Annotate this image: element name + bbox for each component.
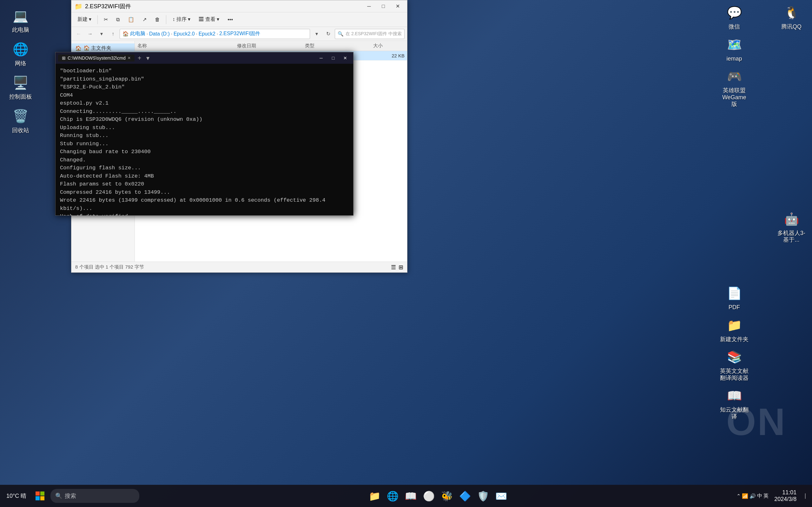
folder-title-icon: 📁 bbox=[74, 3, 83, 10]
file-explorer-titlebar: 📁 2.ESP32WIFI固件 ─ □ ✕ bbox=[71, 0, 407, 12]
breadcrumb-home-icon: 🏠 bbox=[122, 31, 129, 37]
minimize-button[interactable]: ─ bbox=[363, 2, 375, 11]
cmd-close-button[interactable]: ✕ bbox=[340, 54, 351, 62]
breadcrumb-epuck2[interactable]: Epuck2 bbox=[199, 31, 215, 37]
breadcrumb-dropdown[interactable]: ▾ bbox=[312, 29, 321, 39]
youdao-icon: 📚 bbox=[725, 347, 744, 367]
taskbar-search-box[interactable]: 🔍 搜索 bbox=[50, 489, 139, 503]
cmd-tab-dropdown[interactable]: ▾ bbox=[144, 54, 151, 62]
cmd-window: ⊞ C:\WINDOWS\system32\cmd ✕ + ▾ ─ □ ✕ "b… bbox=[55, 52, 353, 216]
sidebar-home-label: 🏠 主文件夹 bbox=[84, 45, 111, 52]
list-view-button[interactable]: ☰ bbox=[391, 264, 396, 271]
control-panel-icon: 🖥️ bbox=[11, 73, 30, 92]
icon-new-folder[interactable]: 📁 新建文件夹 bbox=[720, 316, 749, 343]
titlebar-left: 📁 2.ESP32WIFI固件 bbox=[74, 3, 131, 10]
wechat-icon: 💬 bbox=[725, 3, 744, 22]
new-button[interactable]: 新建 ▾ bbox=[74, 14, 95, 25]
taskbar-weather: 10°C 晴 bbox=[3, 492, 30, 500]
cut-button[interactable]: ✂ bbox=[100, 14, 111, 25]
youdao-label: 英英文文献翻译阅读器 bbox=[720, 368, 749, 382]
taskbar-edge2[interactable]: 🔷 bbox=[457, 488, 473, 504]
breadcrumb-this-pc[interactable]: 此电脑 bbox=[130, 31, 145, 37]
systray-network-icon: 📶 bbox=[742, 493, 748, 499]
taskbar-clock[interactable]: 11:01 2024/3/8 bbox=[771, 489, 800, 503]
systray-ime-icon[interactable]: 中 bbox=[757, 493, 762, 499]
pdf-icon: 📄 bbox=[725, 284, 744, 303]
taskbar-antivirus[interactable]: 🛡️ bbox=[475, 488, 492, 504]
paste-button[interactable]: 📋 bbox=[124, 14, 138, 25]
address-bar: ← → ▾ ↑ 🏠 此电脑 › Data (D:) › Epuck2.0 › E… bbox=[71, 27, 407, 41]
robot-icon: 🤖 bbox=[782, 210, 801, 229]
search-label: 搜索 bbox=[65, 492, 76, 500]
cmd-tabs: ⊞ C:\WINDOWS\system32\cmd ✕ + ▾ bbox=[58, 54, 151, 62]
breadcrumb-epuck20[interactable]: Epuck2.0 bbox=[173, 31, 195, 37]
copy-button[interactable]: ⧉ bbox=[113, 14, 123, 25]
taskbar-chrome[interactable]: ⚪ bbox=[421, 488, 437, 504]
detail-view-button[interactable]: ⊞ bbox=[399, 264, 403, 271]
taskbar-mail[interactable]: ✉️ bbox=[493, 488, 510, 504]
cmd-tab-close-icon[interactable]: ✕ bbox=[128, 56, 131, 60]
parent-button[interactable]: ↑ bbox=[108, 29, 118, 39]
this-pc-label: 此电脑 bbox=[12, 26, 29, 34]
icon-tencent-qq[interactable]: 🐧 腾讯QQ bbox=[777, 3, 806, 31]
taskbar-youdao[interactable]: 📖 bbox=[403, 488, 419, 504]
heroes-league-icon: 🎮 bbox=[725, 67, 744, 86]
cmd-maximize-button[interactable]: □ bbox=[328, 54, 339, 62]
col-header-size[interactable]: 大小 bbox=[371, 42, 407, 50]
close-button[interactable]: ✕ bbox=[391, 2, 404, 11]
home-icon: 🏠 bbox=[75, 45, 82, 51]
icon-iemap[interactable]: 🗺️ iemap bbox=[720, 35, 749, 62]
icon-pdf[interactable]: 📄 PDF bbox=[720, 284, 749, 311]
share-button[interactable]: ↗ bbox=[139, 14, 150, 25]
icon-robot[interactable]: 🤖 多机器人3-基于... bbox=[777, 210, 806, 243]
cmd-tab-active[interactable]: ⊞ C:\WINDOWS\system32\cmd ✕ bbox=[58, 55, 135, 61]
sort-button[interactable]: ↕ 排序 ▾ bbox=[169, 14, 194, 25]
icon-recycle-bin[interactable]: 🗑️ 回收站 bbox=[6, 107, 35, 134]
cmd-tab-icon: ⊞ bbox=[62, 55, 66, 61]
taskbar-edge[interactable]: 🌐 bbox=[385, 488, 401, 504]
svg-rect-3 bbox=[40, 496, 44, 500]
taskbar-systray: ⌃ 📶 🔊 中 英 bbox=[737, 493, 768, 499]
col-header-type[interactable]: 类型 bbox=[302, 42, 371, 50]
delete-button[interactable]: 🗑 bbox=[151, 14, 163, 25]
forward-button[interactable]: → bbox=[85, 29, 95, 39]
icon-network[interactable]: 🌐 网络 bbox=[6, 40, 35, 67]
icon-youdao[interactable]: 📚 英英文文献翻译阅读器 bbox=[720, 347, 749, 382]
view-button[interactable]: ☰ 查看 ▾ bbox=[195, 14, 223, 25]
start-button[interactable] bbox=[32, 488, 48, 504]
taskbar-file-manager[interactable]: 📁 bbox=[366, 488, 383, 504]
systray-ime2-icon[interactable]: 英 bbox=[763, 493, 768, 499]
icon-wechat[interactable]: 💬 微信 bbox=[720, 3, 749, 31]
systray-volume-icon[interactable]: 🔊 bbox=[750, 493, 756, 499]
status-bar: 8 个项目 选中 1 个项目 792 字节 ☰ ⊞ bbox=[71, 262, 407, 272]
breadcrumb-data-d[interactable]: Data (D:) bbox=[149, 31, 170, 37]
cmd-minimize-button[interactable]: ─ bbox=[316, 54, 326, 62]
search-box[interactable]: 🔍 在 2.ESP32WIFI固件 中搜索 bbox=[335, 29, 405, 39]
show-desktop-button[interactable]: │ bbox=[802, 493, 809, 498]
cmd-title-left: ⊞ C:\WINDOWS\system32\cmd ✕ + ▾ bbox=[58, 54, 151, 62]
taskbar: 10°C 晴 🔍 搜索 📁 🌐 📖 ⚪ 🐝 🔷 🛡️ bbox=[0, 485, 812, 507]
network-label: 网络 bbox=[15, 60, 26, 67]
systray-arrow-up[interactable]: ⌃ bbox=[737, 493, 741, 499]
col-header-name[interactable]: 名称 bbox=[135, 42, 235, 50]
tencent-qq-label: 腾讯QQ bbox=[781, 23, 802, 31]
cmd-content[interactable]: "bootloader.bin" "partitions_singleapp.b… bbox=[55, 64, 353, 215]
right-icons-col1: 💬 微信 🗺️ iemap 🎮 英雄联盟WeGame版 📄 PDF 📁 新建文件… bbox=[720, 3, 749, 420]
icon-this-pc[interactable]: 💻 此电脑 bbox=[6, 6, 35, 34]
up-button[interactable]: ▾ bbox=[97, 29, 106, 39]
more-button[interactable]: ••• bbox=[224, 14, 237, 25]
col-header-date[interactable]: 修改日期 bbox=[235, 42, 303, 50]
back-button[interactable]: ← bbox=[74, 29, 84, 39]
iemap-label: iemap bbox=[726, 55, 742, 62]
taskbar-baidu[interactable]: 🐝 bbox=[439, 488, 455, 504]
tencent-qq-icon: 🐧 bbox=[782, 3, 801, 22]
icon-control-panel[interactable]: 🖥️ 控制面板 bbox=[6, 73, 35, 101]
breadcrumb[interactable]: 🏠 此电脑 › Data (D:) › Epuck2.0 › Epuck2 › … bbox=[120, 29, 310, 39]
icon-heroes-league[interactable]: 🎮 英雄联盟WeGame版 bbox=[720, 67, 749, 108]
taskbar-center: 📁 🌐 📖 ⚪ 🐝 🔷 🛡️ ✉️ bbox=[139, 488, 737, 504]
cmd-new-tab-button[interactable]: + bbox=[136, 55, 143, 62]
maximize-button[interactable]: □ bbox=[377, 2, 390, 11]
breadcrumb-wifi-firmware[interactable]: 2.ESP32WIFI固件 bbox=[219, 31, 260, 37]
refresh-button[interactable]: ↻ bbox=[323, 29, 333, 39]
toolbar-sep-1 bbox=[97, 15, 98, 24]
